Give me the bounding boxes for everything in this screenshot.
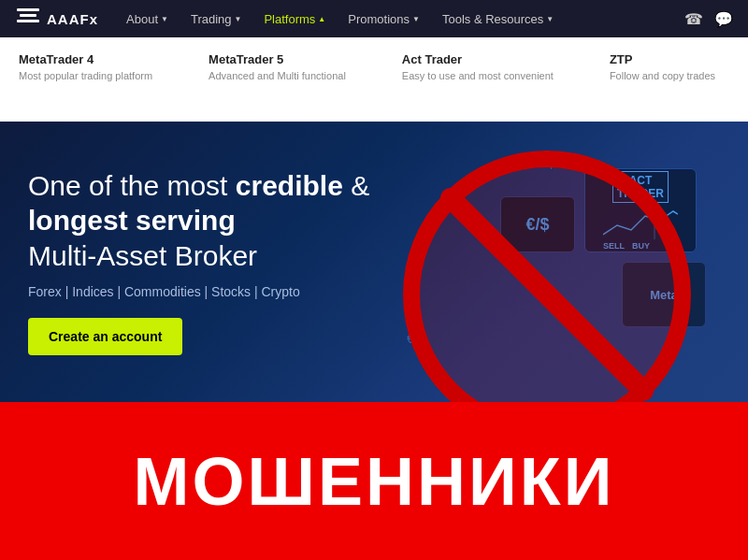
hero-content: One of the most credible & longest servi…: [28, 168, 369, 356]
nav-about[interactable]: About ▼: [117, 8, 178, 30]
logo-area[interactable]: AAAFx: [15, 8, 98, 29]
logo-bar-2: [20, 14, 36, 17]
nav-trading-label: Trading: [191, 12, 232, 26]
arrow-icon: ↑: [546, 150, 556, 174]
nav-promotions-label: Promotions: [348, 12, 410, 26]
nav-about-arrow: ▼: [161, 15, 168, 23]
trading-cards: €/$ ACTTRADER SELLBUY: [397, 140, 725, 383]
nav-trading-arrow: ▼: [235, 15, 242, 23]
euro-label: €/$: [407, 331, 424, 346]
nav-icons: ☎ 💬: [684, 10, 733, 28]
logo-icon: [15, 8, 41, 29]
act-label: ACTTRADER SELLBUY: [603, 171, 678, 251]
hero-credible: credible: [236, 170, 343, 201]
dropdown-mt5-title: MetaTrader 5: [209, 52, 346, 66]
fx-label: €/$: [525, 215, 549, 235]
meta-card: Meta: [622, 262, 706, 327]
dropdown-ztp-title: ZTP: [610, 52, 715, 66]
dropdown-col-mt4[interactable]: MetaTrader 4 Most popular trading platfo…: [19, 52, 152, 107]
scam-text: МОШЕННИКИ: [134, 443, 615, 520]
dropdown-mt4-sub: Most popular trading platform: [19, 70, 152, 81]
logo-text: AAAFx: [47, 11, 98, 27]
nav-tools[interactable]: Tools & Resources ▼: [433, 8, 563, 30]
nav-promotions-arrow: ▼: [412, 15, 420, 23]
navbar: AAAFx About ▼ Trading ▼ Platforms ▲ Prom…: [0, 0, 748, 37]
nav-tools-arrow: ▼: [546, 15, 554, 23]
website-section: AAAFx About ▼ Trading ▼ Platforms ▲ Prom…: [0, 0, 748, 402]
dropdown-col-mt5[interactable]: MetaTrader 5 Advanced and Multi function…: [209, 52, 346, 107]
nav-promotions[interactable]: Promotions ▼: [338, 8, 429, 30]
hero-longest: longest serving: [28, 205, 236, 236]
hero-section: One of the most credible & longest servi…: [0, 122, 748, 402]
dropdown-act-title: Act Trader: [402, 52, 554, 66]
dropdown-act-sub: Easy to use and most convenient: [402, 70, 554, 81]
chart-svg: [603, 207, 678, 239]
nav-platforms[interactable]: Platforms ▲: [254, 8, 335, 30]
nav-platforms-label: Platforms: [264, 12, 315, 26]
dropdown-ztp-sub: Follow and copy trades: [610, 70, 715, 81]
nav-about-label: About: [126, 12, 158, 26]
dropdown-col-act[interactable]: Act Trader Easy to use and most convenie…: [402, 52, 554, 107]
bottom-banner: МОШЕННИКИ: [0, 402, 748, 560]
create-account-button[interactable]: Create an account: [28, 318, 182, 355]
chat-icon[interactable]: 💬: [714, 10, 733, 28]
meta-label: Meta: [650, 288, 678, 302]
hero-broker: Multi-Asset Broker: [28, 240, 257, 271]
fx-card: €/$: [500, 196, 575, 252]
nav-platforms-arrow: ▲: [318, 15, 325, 23]
nav-links: About ▼ Trading ▼ Platforms ▲ Promotions…: [117, 8, 684, 30]
nav-trading[interactable]: Trading ▼: [181, 8, 252, 30]
dropdown-mt4-title: MetaTrader 4: [19, 52, 152, 66]
dropdown-col-ztp[interactable]: ZTP Follow and copy trades: [610, 52, 715, 107]
dropdown-mt5-sub: Advanced and Multi functional: [209, 70, 346, 81]
phone-icon[interactable]: ☎: [684, 10, 703, 28]
logo-bar-3: [17, 20, 39, 22]
hero-assets: Forex | Indices | Commodities | Stocks |…: [28, 284, 369, 299]
nav-tools-label: Tools & Resources: [442, 12, 543, 26]
act-card: ACTTRADER SELLBUY: [584, 168, 697, 252]
dropdown-menu: MetaTrader 4 Most popular trading platfo…: [0, 37, 748, 122]
hero-right: €/$ ACTTRADER SELLBUY: [374, 122, 748, 402]
hero-title: One of the most credible & longest servi…: [28, 168, 369, 274]
logo-bar-1: [17, 8, 39, 11]
hero-line1: One of the most credible &: [28, 170, 369, 201]
